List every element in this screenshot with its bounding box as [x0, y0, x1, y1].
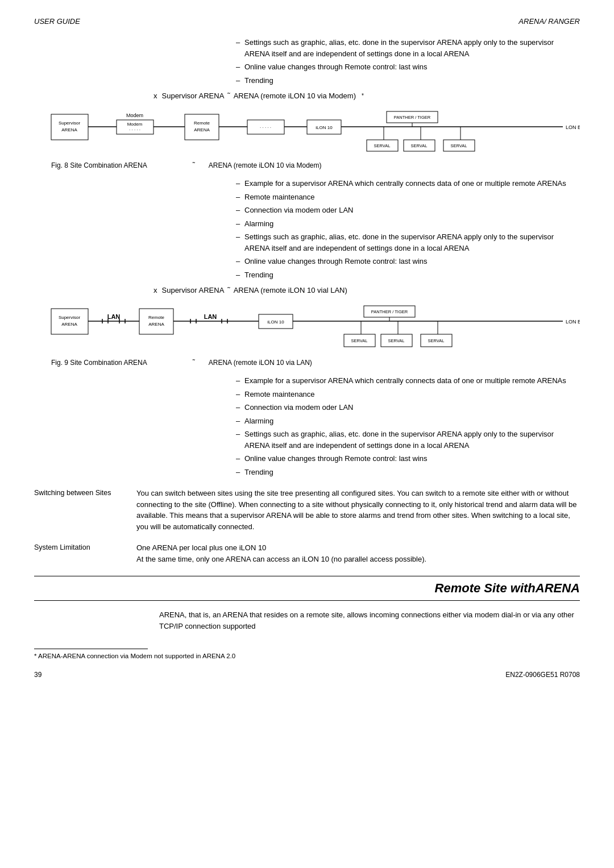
supervisor-arena-label-1: Supervisor ARENA [162, 92, 225, 100]
svg-text:ARENA: ARENA [61, 127, 77, 132]
svg-text:· · · · ·: · · · · · [260, 125, 271, 130]
arena-remote-lan-label: ARENA (remote iLON 10 vial LAN) [234, 286, 347, 294]
bullet-item: Online value changes through Remote cont… [227, 453, 580, 464]
svg-text:SERVAL: SERVAL [428, 338, 445, 343]
diagram-2-svg: Supervisor ARENA LAN Remote ARENA LAN iL… [34, 303, 580, 354]
svg-text:ARENA: ARENA [194, 127, 210, 132]
fig8-label: Fig. 8 Site Combination ARENA [51, 161, 147, 169]
system-limitation-section: System Limitation One ARENA per local pl… [34, 542, 580, 564]
diagram-1: Supervisor ARENA Modem · · · · · Modem R… [34, 109, 580, 157]
header-right: ARENA/ RANGER [518, 17, 580, 26]
svg-text:LON Bus: LON Bus [566, 319, 580, 325]
tilde-2: ˜ [227, 286, 230, 294]
svg-text:LON Bus: LON Bus [566, 124, 580, 130]
supervisor-arena-label-2: Supervisor ARENA [162, 286, 225, 294]
bullet-item: Settings such as graphic, alias, etc. do… [227, 429, 580, 451]
bullet-item: Settings such as graphic, alias, etc. do… [227, 37, 580, 59]
diagram-2-caption: Fig. 9 Site Combination ARENA ˜ ARENA (r… [51, 359, 580, 367]
svg-text:Modem: Modem [127, 122, 143, 127]
bullet-item: Alarming [227, 218, 580, 230]
bullet-item: Connection via modem oder LAN [227, 205, 580, 216]
arena-lan-cap: ARENA (remote iLON 10 via LAN) [209, 359, 312, 367]
x-marker-2: x [154, 286, 157, 294]
footnote-area: * ARENA-ARENA connection via Modem not s… [34, 649, 580, 659]
footnote-line [34, 649, 148, 649]
svg-text:ARENA: ARENA [148, 322, 164, 327]
system-limitation-content: One ARENA per local plus one iLON 10 At … [136, 542, 580, 564]
svg-text:LAN: LAN [204, 313, 217, 320]
footnote-text: * ARENA-ARENA connection via Modem not s… [34, 653, 580, 659]
svg-text:· · · · ·: · · · · · [129, 127, 140, 132]
bullet-item: Example for a supervisor ARENA which cen… [227, 178, 580, 189]
system-limitation-line1: One ARENA per local plus one iLON 10 [136, 542, 580, 554]
bullets-3: Example for a supervisor ARENA which cen… [227, 375, 580, 477]
page-footer: 39 EN2Z-0906GE51 R0708 [34, 671, 580, 679]
system-limitation-line2: At the same time, only one ARENA can acc… [136, 554, 580, 565]
bullet-section-3: Example for a supervisor ARENA which cen… [227, 375, 580, 477]
bullets-2: Example for a supervisor ARENA which cen… [227, 178, 580, 280]
arena-remote-modem-label: ARENA (remote iLON 10 via Modem) [234, 92, 356, 100]
svg-text:SERVAL: SERVAL [451, 143, 467, 148]
x-marker-1: x [154, 92, 157, 100]
svg-text:PANTHER / TIGER: PANTHER / TIGER [371, 309, 408, 314]
remote-site-title: Remote Site withARENA [34, 581, 580, 596]
remote-site-intro: ARENA, that is, an ARENA that resides on… [159, 609, 580, 632]
svg-text:PANTHER / TIGER: PANTHER / TIGER [394, 115, 431, 120]
bullet-section-1: Settings such as graphic, alias, etc. do… [227, 37, 580, 86]
bullet-item: Online value changes through Remote cont… [227, 61, 580, 73]
bullet-item: Remote maintenance [227, 192, 580, 203]
svg-text:Remote: Remote [194, 121, 210, 126]
page-number: 39 [34, 671, 42, 679]
bullets-1: Settings such as graphic, alias, etc. do… [227, 37, 580, 86]
svg-text:SERVAL: SERVAL [351, 338, 368, 343]
bullet-item: Connection via modem oder LAN [227, 402, 580, 413]
bullet-item: Trending [227, 467, 580, 478]
bullet-item: Trending [227, 75, 580, 86]
diagram-2: Supervisor ARENA LAN Remote ARENA LAN iL… [34, 303, 580, 354]
svg-text:iLON 10: iLON 10 [267, 319, 284, 325]
doc-ref: EN2Z-0906GE51 R0708 [505, 671, 580, 679]
diagram-1-svg: Supervisor ARENA Modem · · · · · Modem R… [34, 109, 580, 157]
page-header: USER GUIDE ARENA/ RANGER [34, 17, 580, 26]
section-divider-bottom [34, 600, 580, 601]
bullet-section-2: Example for a supervisor ARENA which cen… [227, 178, 580, 280]
fig9-label: Fig. 9 Site Combination ARENA [51, 359, 147, 367]
switching-content: You can switch between sites using the s… [136, 488, 580, 532]
asterisk-1: * [362, 93, 364, 99]
section-divider-top [34, 576, 580, 576]
switching-section: Switching between Sites You can switch b… [34, 488, 580, 532]
tilde-cap-1: ˜ [193, 161, 195, 169]
diagram1-label: x Supervisor ARENA ˜ ARENA (remote iLON … [154, 92, 580, 100]
svg-text:LAN: LAN [107, 313, 121, 320]
svg-text:SERVAL: SERVAL [388, 338, 405, 343]
bullet-item: Trending [227, 269, 580, 281]
arena-modem-cap: ARENA (remote iLON 10 via Modem) [209, 161, 322, 169]
bullet-item: Alarming [227, 416, 580, 427]
svg-text:ARENA: ARENA [61, 322, 77, 327]
diagram-1-caption: Fig. 8 Site Combination ARENA ˜ ARENA (r… [51, 161, 580, 169]
svg-text:Supervisor: Supervisor [59, 315, 81, 320]
bullet-item: Online value changes through Remote cont… [227, 256, 580, 267]
svg-text:iLON 10: iLON 10 [316, 125, 333, 130]
svg-text:Remote: Remote [148, 315, 165, 320]
tilde-cap-2: ˜ [193, 359, 195, 367]
tilde-1: ˜ [227, 92, 230, 100]
svg-text:Modem: Modem [126, 113, 143, 118]
bullet-item: Remote maintenance [227, 389, 580, 400]
system-limitation-label: System Limitation [34, 542, 125, 564]
switching-label: Switching between Sites [34, 488, 125, 532]
diagram2-label: x Supervisor ARENA ˜ ARENA (remote iLON … [154, 286, 580, 294]
svg-text:SERVAL: SERVAL [374, 143, 391, 148]
svg-text:SERVAL: SERVAL [411, 143, 428, 148]
header-left: USER GUIDE [34, 17, 80, 26]
bullet-item: Settings such as graphic, alias, etc. do… [227, 231, 580, 254]
svg-text:Supervisor: Supervisor [59, 121, 81, 126]
bullet-item: Example for a supervisor ARENA which cen… [227, 375, 580, 387]
